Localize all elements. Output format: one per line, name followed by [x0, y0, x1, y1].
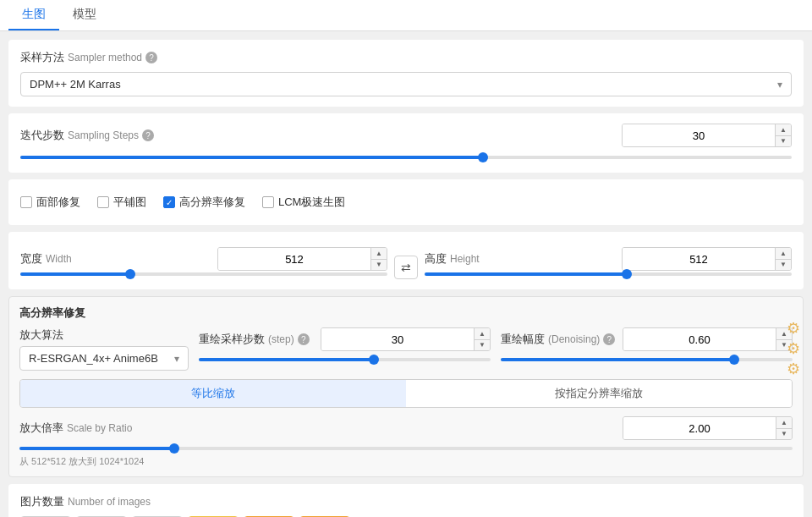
height-arrows: ▲ ▼	[775, 248, 791, 270]
denoising-input[interactable]	[623, 328, 776, 350]
scale-thumb[interactable]	[169, 443, 179, 454]
hires-steps-label-row: 重绘采样步数 (step) ?	[199, 332, 310, 347]
steps-thumb[interactable]	[478, 152, 488, 162]
hires-steps-up[interactable]: ▲	[475, 328, 490, 340]
hires-section: 高分辨率修复 放大算法 R-ESRGAN_4x+ Anime6B ▾	[8, 296, 804, 477]
hires-top-row: 放大算法 R-ESRGAN_4x+ Anime6B ▾ 重绘采样步数 (step…	[19, 327, 793, 371]
denoising-slider[interactable]	[501, 355, 793, 365]
upscaler-group: 放大算法 R-ESRGAN_4x+ Anime6B ▾	[19, 327, 189, 371]
steps-slider[interactable]	[20, 152, 792, 162]
lcm-label: LCM极速生图	[278, 195, 345, 210]
sampler-label-zh: 采样方法	[20, 50, 64, 65]
scale-track	[19, 447, 793, 450]
scale-header: 放大倍率 Scale by Ratio ▲ ▼	[19, 416, 793, 440]
scale-input[interactable]	[623, 417, 776, 439]
checkbox-lcm[interactable]: LCM极速生图	[262, 195, 345, 210]
toggle-proportional[interactable]: 等比缩放	[20, 380, 406, 407]
height-thumb[interactable]	[622, 269, 632, 279]
width-arrows: ▲ ▼	[370, 248, 387, 270]
denoising-header: 重绘幅度 (Denoising) ? ▲ ▼	[501, 327, 793, 351]
hires-steps-slider[interactable]	[199, 355, 491, 365]
hires-steps-thumb[interactable]	[369, 355, 379, 365]
denoising-group: 重绘幅度 (Denoising) ? ▲ ▼	[501, 327, 793, 365]
height-up-arrow[interactable]: ▲	[776, 248, 791, 260]
denoising-track	[501, 358, 793, 361]
steps-label-zh: 迭代步数	[20, 128, 64, 143]
width-fill	[20, 272, 130, 276]
width-track	[20, 272, 387, 276]
hires-title: 高分辨率修复	[19, 305, 793, 321]
hires-steps-down[interactable]: ▼	[475, 340, 490, 351]
upscaler-select[interactable]: R-ESRGAN_4x+ Anime6B ▾	[19, 346, 189, 371]
checkbox-tile[interactable]: 平铺图	[97, 195, 146, 210]
hires-steps-help-icon[interactable]: ?	[298, 333, 310, 345]
steps-up-arrow[interactable]: ▲	[776, 124, 791, 136]
sampler-value: DPM++ 2M Karras	[30, 78, 121, 91]
steps-input-wrapper: ▲ ▼	[622, 124, 792, 147]
main-container: 生图 模型 采样方法 Sampler method ? DPM++ 2M Kar…	[0, 0, 812, 517]
sampler-help-icon[interactable]: ?	[145, 52, 157, 63]
tile-box[interactable]	[97, 196, 109, 208]
scale-fill	[19, 447, 174, 450]
height-input-wrapper: ▲ ▼	[622, 247, 792, 271]
scale-up[interactable]: ▲	[776, 417, 792, 429]
side-icon-middle[interactable]: ⚙	[787, 339, 800, 358]
image-count-label-en: Number of images	[68, 496, 151, 508]
upscaler-label-row: 放大算法	[19, 327, 189, 343]
steps-track	[20, 156, 792, 159]
denoising-help-icon[interactable]: ?	[603, 333, 615, 345]
hires-steps-group: 重绘采样步数 (step) ? ▲ ▼	[199, 327, 491, 365]
hires-steps-input[interactable]	[321, 328, 474, 350]
hires-box[interactable]	[163, 196, 175, 208]
denoising-thumb[interactable]	[729, 355, 739, 365]
scale-group: 放大倍率 Scale by Ratio ▲ ▼	[19, 416, 793, 468]
sampler-section: 采样方法 Sampler method ? DPM++ 2M Karras ▾	[8, 40, 804, 107]
scale-input-wrapper: ▲ ▼	[623, 416, 793, 440]
sampler-chevron-icon: ▾	[777, 79, 782, 91]
hires-steps-fill	[199, 358, 374, 361]
steps-fill	[20, 156, 483, 159]
toggle-resolution[interactable]: 按指定分辨率缩放	[406, 380, 792, 407]
tabs: 生图 模型	[0, 0, 812, 31]
steps-down-arrow[interactable]: ▼	[776, 136, 791, 147]
upscaler-label-zh: 放大算法	[19, 327, 63, 343]
steps-help-icon[interactable]: ?	[142, 129, 154, 141]
height-track	[425, 272, 792, 276]
lcm-box[interactable]	[262, 196, 274, 208]
scale-slider[interactable]	[19, 443, 793, 454]
face-fix-box[interactable]	[20, 196, 32, 208]
width-label-en: Width	[46, 253, 72, 265]
checkbox-face-fix[interactable]: 面部修复	[20, 195, 80, 210]
scale-down[interactable]: ▼	[776, 429, 792, 440]
hires-steps-label-zh: 重绘采样步数	[199, 332, 265, 347]
tab-model[interactable]: 模型	[59, 0, 110, 30]
width-up-arrow[interactable]: ▲	[371, 248, 387, 260]
steps-input[interactable]	[623, 124, 775, 146]
denoising-fill	[501, 358, 734, 361]
width-input-wrapper: ▲ ▼	[217, 247, 387, 271]
checkbox-hires[interactable]: 高分辨率修复	[163, 195, 245, 210]
tab-generate[interactable]: 生图	[8, 0, 59, 30]
side-icon-bottom[interactable]: ⚙	[787, 360, 800, 378]
sampler-title: 采样方法 Sampler method ?	[20, 50, 792, 65]
height-down-arrow[interactable]: ▼	[776, 260, 791, 271]
side-icon-top[interactable]: ⚙	[787, 319, 800, 338]
denoising-label-zh: 重绘幅度	[501, 332, 545, 347]
tile-label: 平铺图	[113, 195, 146, 210]
height-input[interactable]	[623, 248, 775, 270]
upscaler-value: R-ESRGAN_4x+ Anime6B	[29, 352, 158, 365]
hires-steps-header: 重绘采样步数 (step) ? ▲ ▼	[199, 327, 491, 351]
wh-row: 宽度 Width ▲ ▼	[20, 242, 792, 279]
sampling-steps-section: 迭代步数 Sampling Steps ? ▲ ▼	[8, 113, 804, 173]
width-thumb[interactable]	[125, 269, 135, 279]
sampler-label-en: Sampler method	[68, 52, 142, 63]
width-down-arrow[interactable]: ▼	[371, 260, 387, 271]
sampler-select[interactable]: DPM++ 2M Karras ▾	[20, 72, 792, 96]
image-count-label-zh: 图片数量	[20, 494, 64, 509]
hires-toggle-buttons: 等比缩放 按指定分辨率缩放	[19, 379, 793, 408]
width-input[interactable]	[218, 248, 370, 270]
scale-label-en: Scale by Ratio	[67, 422, 132, 434]
swap-button[interactable]: ⇄	[394, 256, 418, 279]
hires-label: 高分辨率修复	[179, 195, 245, 210]
wh-section: 宽度 Width ▲ ▼	[8, 232, 804, 289]
